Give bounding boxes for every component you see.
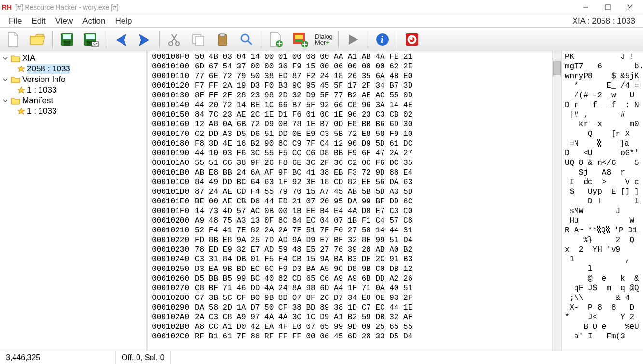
statusbar: 3,446,325 Off. 0, Sel. 0 [0,351,643,364]
nav-back-button[interactable] [109,30,132,49]
tree-label: 2058 : 1033 [27,64,70,74]
svg-rect-2 [605,5,610,10]
tree-label: XIA [22,54,35,63]
tree-leaf[interactable]: 1 : 1033 [1,85,145,95]
window-title: [#] Resource Hacker - wcry.exe [#] [15,3,575,11]
status-position: 3,446,325 [0,351,116,364]
hex-pane[interactable]: 000100F0 00010100 00010110 00010120 0001… [148,51,562,351]
ascii-column: PK J ! mgT7 6 b. wnryP8 $ &5jK * E_ /4 =… [562,51,643,351]
svg-rect-23 [295,35,303,39]
resource-tree[interactable]: XIA2058 : 1033Version Info1 : 1033Manife… [0,51,148,351]
tree-leaf[interactable]: 2058 : 1033 [1,64,145,74]
hex-scrollbar[interactable] [552,51,561,351]
svg-rect-24 [295,40,303,42]
svg-text:i: i [381,34,383,45]
ascii-pane[interactable]: PK J ! mgT7 6 b. wnryP8 $ &5jK * E_ /4 =… [562,51,643,351]
play-button[interactable] [342,30,365,49]
tree-label: Version Info [22,75,66,84]
expand-icon[interactable] [2,97,9,104]
minimize-button[interactable] [575,0,597,14]
svg-point-14 [176,42,179,46]
menu-action[interactable]: Action [78,15,110,27]
app-icon: RH [2,2,13,13]
menubar: File Edit View Action Help XIA : 2058 : … [0,14,643,28]
svg-line-20 [248,41,252,45]
status-selection: Off. 0, Sel. 0 [116,351,171,364]
main-area: XIA2058 : 1033Version Info1 : 1033Manife… [0,51,643,351]
svg-point-19 [241,34,249,42]
tree-node[interactable]: Manifest [1,95,145,106]
add-resource-button[interactable] [264,30,287,49]
svg-rect-7 [64,41,70,46]
dialog-label: DialogMer+ [315,33,333,46]
open-file-button[interactable] [26,30,49,49]
menu-help[interactable]: Help [110,15,137,27]
svg-text:AS: AS [92,42,98,47]
svg-rect-6 [63,34,71,39]
dialog-tool-button[interactable]: DialogMer+ [313,30,335,49]
find-button[interactable] [235,30,258,49]
menu-edit[interactable]: Edit [27,15,50,27]
tree-leaf[interactable]: 1 : 1033 [1,106,145,117]
bytes-column[interactable]: 50 4B 03 04 14 00 01 00 08 00 AA A1 AB 4… [192,51,552,351]
tree-label: Manifest [22,96,53,106]
replace-resource-button[interactable] [288,30,312,49]
svg-rect-18 [220,33,225,36]
paste-button[interactable] [211,30,234,49]
titlebar: RH [#] Resource Hacker - wcry.exe [#] [0,0,643,14]
tree-label: 1 : 1033 [27,85,56,95]
toolbar: AS DialogMer+ i [0,28,643,51]
cut-button[interactable] [163,30,186,49]
svg-text:RH: RH [2,3,12,11]
tree-node[interactable]: XIA [1,53,145,64]
menu-view[interactable]: View [51,15,78,27]
svg-rect-33 [411,35,412,40]
expand-icon[interactable] [2,55,9,62]
maximize-button[interactable] [597,0,619,14]
new-file-button[interactable] [2,30,25,49]
svg-point-13 [169,42,173,46]
copy-button[interactable] [187,30,210,49]
expand-icon[interactable] [2,76,9,83]
tree-label: 1 : 1033 [27,107,56,116]
breadcrumb: XIA : 2058 : 1033 [573,16,639,26]
svg-rect-9 [86,34,95,39]
stop-button[interactable] [400,30,424,49]
scroll-thumb[interactable] [553,61,561,75]
svg-rect-16 [196,36,204,46]
nav-forward-button[interactable] [133,30,156,49]
save-button[interactable] [55,30,79,49]
info-button[interactable]: i [371,30,394,49]
menu-file[interactable]: File [4,15,27,27]
offset-column: 000100F0 00010100 00010110 00010120 0001… [148,51,192,351]
close-button[interactable] [619,0,641,14]
tree-node[interactable]: Version Info [1,74,145,85]
save-as-button[interactable]: AS [80,30,103,49]
